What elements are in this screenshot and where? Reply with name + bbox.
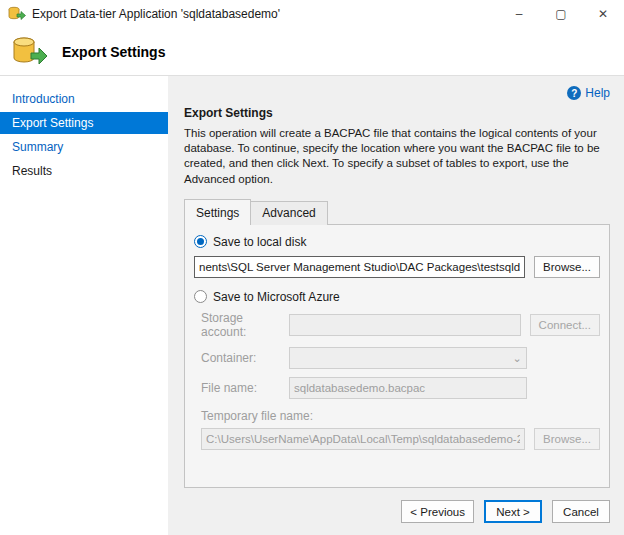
help-row: ? Help xyxy=(184,84,610,102)
content-area: Introduction Export Settings Summary Res… xyxy=(0,76,624,535)
cancel-button[interactable]: Cancel xyxy=(552,500,610,523)
save-local-disk-label: Save to local disk xyxy=(213,235,306,249)
storage-account-input xyxy=(289,314,521,336)
section-title: Export Settings xyxy=(184,106,610,120)
save-azure-label: Save to Microsoft Azure xyxy=(213,290,340,304)
next-button[interactable]: Next > xyxy=(484,500,542,523)
storage-account-label: Storage account: xyxy=(201,311,289,339)
previous-button[interactable]: < Previous xyxy=(401,500,474,523)
temp-file-label: Temporary file name: xyxy=(194,409,600,423)
help-label: Help xyxy=(585,86,610,100)
minimize-button[interactable]: – xyxy=(498,0,540,28)
close-button[interactable]: ✕ xyxy=(582,0,624,28)
container-select: ⌄ xyxy=(289,347,527,369)
main-panel: ? Help Export Settings This operation wi… xyxy=(168,76,624,535)
file-name-input xyxy=(289,377,527,399)
container-label: Container: xyxy=(201,351,289,365)
sidebar-item-summary[interactable]: Summary xyxy=(0,136,168,158)
file-name-label: File name: xyxy=(201,381,289,395)
connect-button: Connect... xyxy=(530,314,600,336)
file-name-row: File name: xyxy=(194,377,600,399)
save-azure-option: Save to Microsoft Azure xyxy=(194,290,600,304)
section-description: This operation will create a BACPAC file… xyxy=(184,126,610,187)
tab-advanced[interactable]: Advanced xyxy=(251,201,327,225)
page-title: Export Settings xyxy=(62,44,165,60)
local-path-input[interactable] xyxy=(194,256,525,278)
save-azure-radio[interactable] xyxy=(194,290,207,303)
temp-file-input xyxy=(201,428,525,450)
sidebar-item-introduction[interactable]: Introduction xyxy=(0,88,168,110)
maximize-button[interactable]: ▢ xyxy=(540,0,582,28)
help-icon: ? xyxy=(567,86,581,100)
wizard-header: Export Settings xyxy=(0,28,624,76)
window-title: Export Data-tier Application 'sqldatabas… xyxy=(32,7,498,21)
export-database-icon xyxy=(12,36,48,68)
wizard-steps-sidebar: Introduction Export Settings Summary Res… xyxy=(0,76,168,535)
wizard-footer: < Previous Next > Cancel xyxy=(184,500,610,523)
settings-tab-panel: Save to local disk Browse... Save to Mic… xyxy=(184,224,610,488)
temp-file-row: Browse... xyxy=(194,428,600,450)
help-link[interactable]: ? Help xyxy=(567,84,610,102)
save-local-disk-radio[interactable] xyxy=(194,235,207,248)
browse-temp-button: Browse... xyxy=(534,428,600,450)
container-row: Container: ⌄ xyxy=(194,347,600,369)
settings-tabs: Settings Advanced xyxy=(184,199,610,225)
app-icon xyxy=(8,6,26,22)
browse-local-button[interactable]: Browse... xyxy=(534,256,600,278)
storage-account-row: Storage account: Connect... xyxy=(194,311,600,339)
export-dta-wizard-window: Export Data-tier Application 'sqldatabas… xyxy=(0,0,624,535)
tab-settings[interactable]: Settings xyxy=(184,199,251,225)
sidebar-item-export-settings[interactable]: Export Settings xyxy=(0,112,168,134)
title-bar: Export Data-tier Application 'sqldatabas… xyxy=(0,0,624,28)
window-controls: – ▢ ✕ xyxy=(498,0,624,28)
chevron-down-icon: ⌄ xyxy=(508,348,526,368)
save-local-disk-option: Save to local disk xyxy=(194,235,600,249)
local-path-row: Browse... xyxy=(194,256,600,278)
sidebar-item-results[interactable]: Results xyxy=(0,160,168,182)
